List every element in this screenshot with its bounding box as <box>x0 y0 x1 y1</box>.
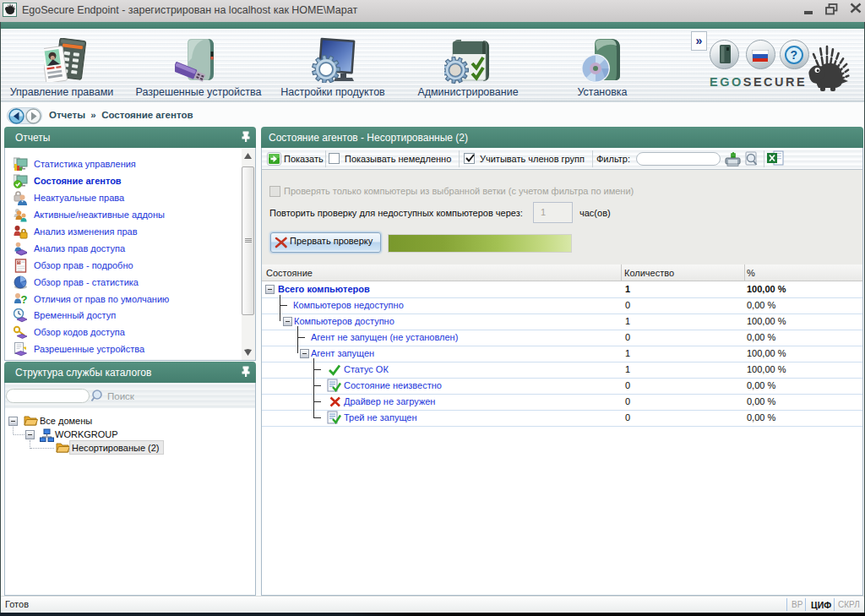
svg-text:?: ? <box>21 293 28 306</box>
svg-text:?: ? <box>791 48 798 62</box>
